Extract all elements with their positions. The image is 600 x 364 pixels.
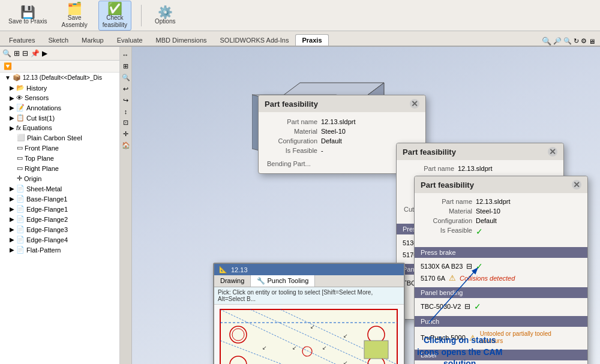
- sidebar-item-sensors[interactable]: ▶ 👁 Sensors: [0, 93, 119, 103]
- cam-window: 📐 12.13 Drawing 🔧 Punch Tooling Pick: Cl…: [213, 263, 405, 364]
- sidebar-item-history[interactable]: ▶ 📂 History: [0, 83, 119, 93]
- sidebar-item-edge-flange1[interactable]: ▶ 📄 Edge-Flange1: [0, 204, 119, 214]
- punch-icon: 🔧: [257, 277, 265, 284]
- cam-tab-drawing[interactable]: Drawing: [214, 275, 251, 287]
- dialog1-material-value: Steel-10: [321, 128, 346, 135]
- dialog3-machine2-warn-icon[interactable]: ⚠: [449, 273, 456, 282]
- tab-sketch[interactable]: Sketch: [41, 34, 75, 46]
- base-flange1-icon: 📄: [16, 195, 25, 203]
- tab-praxis[interactable]: Praxis: [295, 34, 328, 46]
- edge-flange2-icon: 📄: [16, 215, 25, 223]
- dialog3-machine1-icon[interactable]: ⊟: [466, 262, 472, 270]
- sidebar-item-annotations[interactable]: ▶ 📝 Annotations: [0, 103, 119, 113]
- left-nav-icon-2[interactable]: ⊞: [123, 62, 128, 70]
- edge-flange2-expand-icon: ▶: [10, 216, 14, 222]
- monitor-icon[interactable]: 🖥: [589, 38, 595, 45]
- flat-pattern-label: Flat-Pattern: [26, 246, 61, 254]
- dialog3-config-value: Default: [476, 217, 497, 224]
- sidebar-item-front-plane[interactable]: ▭ Front Plane: [0, 143, 119, 153]
- sidebar-item-edge-flange3[interactable]: ▶ 📄 Edge-Flange3: [0, 224, 119, 234]
- sidebar-pin-icon[interactable]: 📌: [31, 49, 40, 58]
- flat-pattern-icon: 📄: [16, 246, 25, 254]
- dialog2-title: Part feasibility: [403, 148, 456, 157]
- tab-evaluate[interactable]: Evaluate: [110, 34, 149, 46]
- dialog3-machine3-icon[interactable]: ⊟: [464, 302, 470, 311]
- tab-markup[interactable]: Markup: [75, 34, 110, 46]
- settings-icon[interactable]: ⚙: [581, 37, 587, 45]
- save-to-praxis-button[interactable]: 💾 Save to Praxis: [5, 5, 50, 26]
- dialog1-material-row: Material Steel-10: [267, 128, 417, 135]
- annotations-expand-icon: ▶: [10, 104, 14, 111]
- dialog1-config-label: Configuration: [267, 137, 321, 145]
- svg-rect-19: [364, 341, 388, 359]
- dialog1-header: Part feasibility ✕: [259, 95, 425, 112]
- left-nav-icon-4[interactable]: ↩: [123, 85, 128, 93]
- sidebar-item-origin[interactable]: ✛ Origin: [0, 173, 119, 183]
- zoom-out-icon[interactable]: 🔎: [553, 37, 562, 45]
- origin-icon: ✛: [17, 175, 22, 182]
- history-icon: 📂: [16, 84, 25, 92]
- sidebar-item-material[interactable]: ⬜ Plain Carbon Steel: [0, 133, 119, 143]
- cam-tab-punch-tooling[interactable]: 🔧 Punch Tooling: [251, 275, 315, 287]
- tab-mbd[interactable]: MBD Dimensions: [149, 34, 214, 46]
- save-assembly-button[interactable]: 🗂️ SaveAssembly: [58, 1, 91, 30]
- left-nav-icon-1[interactable]: ↕: [122, 53, 130, 57]
- dialog2-close-button[interactable]: ✕: [548, 147, 557, 157]
- sidebar: 🔍 ⊞ ⊟ 📌 ▶ 🔽 ▼ 📦 12.13 (Default<<Default>…: [0, 47, 120, 364]
- left-nav-icon-8[interactable]: ✛: [123, 130, 128, 138]
- sidebar-item-flat-pattern[interactable]: ▶ 📄 Flat-Pattern: [0, 245, 119, 255]
- sidebar-search-icon[interactable]: 🔍: [2, 49, 11, 58]
- material-label: Plain Carbon Steel: [27, 134, 82, 142]
- cam-svg: ↙ ↙ ↙ ↙ ↙ ↙ ↙ ↙: [214, 305, 404, 364]
- left-nav-icon-6[interactable]: ↕: [124, 108, 128, 115]
- options-button[interactable]: ⚙️ Options: [151, 5, 179, 26]
- sidebar-item-cutlist[interactable]: ▶ 📋 Cut list(1): [0, 113, 119, 123]
- cam-drawing-area: ↙ ↙ ↙ ↙ ↙ ↙ ↙ ↙: [214, 305, 404, 364]
- dialog3-close-button[interactable]: ✕: [572, 180, 581, 189]
- edge-flange1-icon: 📄: [16, 205, 25, 213]
- sidebar-item-root[interactable]: ▼ 📦 12.13 (Default<<Default>_Dis: [0, 73, 119, 83]
- sidebar-item-base-flange1[interactable]: ▶ 📄 Base-Flange1: [0, 194, 119, 204]
- search-icon[interactable]: 🔍: [542, 37, 551, 46]
- dialog1-material-label: Material: [267, 128, 321, 135]
- front-plane-label: Front Plane: [25, 145, 59, 152]
- dialog1-title: Part feasibility: [265, 100, 318, 109]
- dialog2-partname-value: 12.13.sldprt: [458, 165, 492, 172]
- cam-instruction-text: Pick: Click on entity or tooling to sele…: [214, 287, 404, 305]
- dialog1-config-row: Configuration Default: [267, 137, 417, 145]
- dialog3-config-label: Configuration: [422, 217, 476, 224]
- dialog3-feasible-row: Is Feasible ✓: [422, 227, 580, 236]
- sidebar-item-sheet-metal[interactable]: ▶ 📄 Sheet-Metal: [0, 183, 119, 194]
- sidebar-item-equations[interactable]: ▶ fx Equations: [0, 123, 119, 133]
- cam-window-header: 📐 12.13: [214, 264, 404, 275]
- zoom-in-icon[interactable]: 🔍: [563, 37, 572, 45]
- left-nav-icon-7[interactable]: ⊡: [123, 119, 128, 127]
- sidebar-more-icon[interactable]: ▶: [42, 49, 47, 58]
- sidebar-item-right-plane[interactable]: ▭ Right Plane: [0, 163, 119, 173]
- check-feasibility-button[interactable]: ✅ Checkfeasibility: [98, 1, 131, 31]
- svg-text:↙: ↙: [343, 360, 348, 364]
- base-flange1-expand-icon: ▶: [10, 195, 14, 202]
- dialog3-machine1-status[interactable]: ✓: [476, 261, 483, 271]
- tab-solidworks-addins[interactable]: SOLIDWORKS Add-Ins: [214, 34, 296, 46]
- sidebar-expand-icon[interactable]: ⊞: [14, 49, 20, 58]
- left-nav-icon-5[interactable]: ↪: [123, 97, 128, 104]
- sidebar-item-edge-flange4[interactable]: ▶ 📄 Edge-Flange4: [0, 234, 119, 245]
- rotate-icon[interactable]: ↻: [574, 37, 579, 45]
- sidebar-item-edge-flange2[interactable]: ▶ 📄 Edge-Flange2: [0, 214, 119, 224]
- tab-features[interactable]: Features: [2, 34, 41, 46]
- equations-expand-icon: ▶: [10, 125, 14, 131]
- annotations-label: Annotations: [26, 104, 61, 112]
- left-nav-icon-3[interactable]: 🔍: [122, 74, 130, 82]
- left-nav-icon-9[interactable]: 🏠: [122, 142, 130, 149]
- sidebar-item-top-plane[interactable]: ▭ Top Plane: [0, 153, 119, 163]
- dialog3-machine3-status[interactable]: ✓: [474, 302, 481, 311]
- dialog1-close-button[interactable]: ✕: [410, 99, 419, 109]
- main-area: 🔍 ⊞ ⊟ 📌 ▶ 🔽 ▼ 📦 12.13 (Default<<Default>…: [0, 47, 600, 364]
- dialog3-material-label: Material: [422, 207, 476, 215]
- sidebar-collapse-icon[interactable]: ⊟: [22, 49, 28, 58]
- equations-icon: fx: [16, 125, 21, 131]
- dialog3-press-brake-section: Press brake: [415, 247, 587, 258]
- origin-label: Origin: [24, 175, 41, 182]
- save-to-praxis-label: Save to Praxis: [8, 18, 47, 25]
